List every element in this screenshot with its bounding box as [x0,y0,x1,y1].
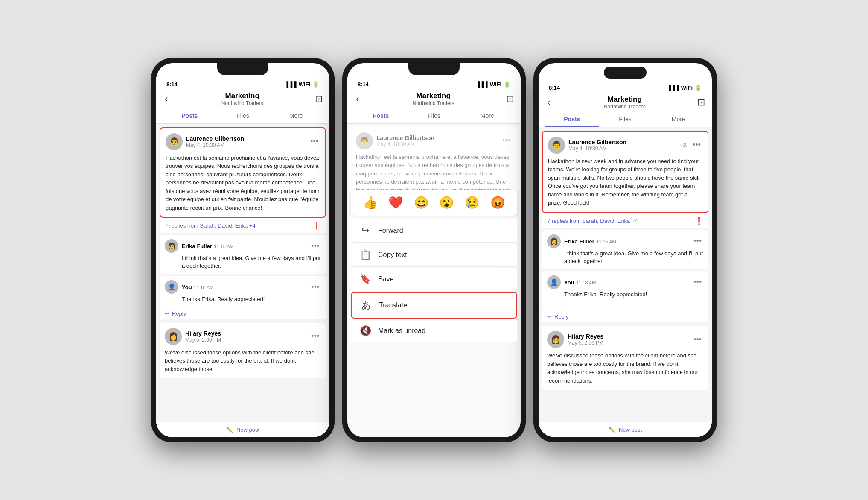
more-dots-icon-3[interactable]: ••• [691,140,702,149]
wifi-icon-3: WiFi [681,85,693,91]
emoji-angry[interactable]: 😡 [490,196,505,210]
reply-icon-3: ↩ [547,313,552,320]
phone-1: 8:14 ▐▐▐ WiFi 🔋 ‹ Marketing Northwind Tr… [151,58,335,442]
more-dots-icon-1[interactable]: ••• [309,137,320,146]
tab-files-3[interactable]: Files [599,112,652,127]
tab-posts-1[interactable]: Posts [163,109,216,123]
translate-menu-item[interactable]: あ Translate [351,292,517,319]
mark-unread-label: Mark as unread [378,327,425,335]
tab-more-1[interactable]: More [269,109,323,123]
more-dots-icon-comment-1-1[interactable]: ••• [309,242,321,251]
new-post-label-1: New post [236,427,259,433]
reply-button-1[interactable]: ↩ Reply [160,308,326,319]
back-button-3[interactable]: ‹ [545,95,552,110]
compose-icon-2[interactable]: ⊡ [506,94,514,105]
copy-text-label: Copy text [378,251,407,259]
replies-bar-3[interactable]: 7 replies from Sarah, David, Erika +4 ❗ [542,213,708,228]
comment-author-1-1: Erika Fuller [182,243,212,249]
content-3: 👨 Laurence Gilbertson May 4, 10:30 AM aあ… [539,127,712,422]
tabs-2: Posts Files More [354,109,514,123]
avatar-laurence-3: 👨 [548,137,565,154]
emoji-thumbsup[interactable]: 👍 [363,196,378,210]
post-time-2: May 4, 10:30 AM [376,141,501,147]
header-3: ‹ Marketing Northwind Traders ⊡ Posts Fi… [539,93,712,127]
status-icons-1: ▐▐▐ WiFi 🔋 [285,81,319,88]
phone-2: 8:14 ▐▐▐ WiFi 🔋 ‹ Marketing Northwind Tr… [342,58,526,442]
reply-button-3[interactable]: ↩ Reply [542,311,708,322]
back-button-2[interactable]: ‹ [354,92,361,106]
new-post-bar-1[interactable]: ✏️ New post [156,422,329,437]
notch-1 [217,63,268,75]
second-post-time-3: May 5, 2:06 PM [568,340,692,346]
save-icon: 🔖 [359,274,371,285]
alert-icon-1: ❗ [312,222,321,230]
compose-icon-1[interactable]: ⊡ [315,94,323,105]
context-menu-overlay: 👍 ❤️ 😄 😮 😢 😡 ↪ Forward 📋 Copy text 🔖 Sav… [347,186,521,343]
comment-2-1: 👤 You 11:18 AM ••• Thanks Erika. Really … [160,276,326,307]
more-dots-icon-comment-2-1[interactable]: ••• [309,283,321,292]
emoji-wow[interactable]: 😮 [439,196,454,210]
comment-body-1-1: I think that's a great idea. Give me a f… [182,254,321,270]
mark-unread-menu-item[interactable]: 🔇 Mark as unread [351,319,517,342]
tabs-1: Posts Files More [163,109,323,123]
tab-files-1[interactable]: Files [216,109,270,123]
content-1: 👨 Laurence Gilbertson May 4, 10:30 AM ••… [156,124,329,422]
emoji-smile[interactable]: 😄 [414,196,429,210]
second-post-1: 👩 Hilary Reyes May 5, 2:06 PM ••• We've … [160,323,326,379]
copy-text-menu-item[interactable]: 📋 Copy text [351,243,517,267]
second-post-body-3: We've discussed those options with the c… [547,351,703,385]
avatar-erika-3: 👩 [547,234,561,248]
translate-label: Translate [379,301,407,309]
tab-more-2[interactable]: More [460,109,514,123]
emoji-sad[interactable]: 😢 [465,196,480,210]
wifi-icon-2: WiFi [490,81,501,88]
compose-icon-3[interactable]: ⊡ [697,97,705,108]
new-post-bar-3[interactable]: ✏️ New post [539,422,712,437]
second-post-time-1: May 5, 2:06 PM [185,337,309,343]
status-time-2: 8:14 [358,81,369,88]
post-author-1: Laurence Gilbertson [186,135,309,142]
forward-icon: ↪ [359,225,371,236]
post-author-3: Laurence Gilbertson [568,139,680,146]
translate-badge-3: aあ [680,142,687,148]
reply-label-1: Reply [172,310,186,317]
replies-bar-1[interactable]: 7 replies from Sarah, David, Erika +4 ❗ [160,218,326,233]
avatar-you-1: 👤 [165,280,178,294]
more-dots-comment-2-3[interactable]: ••• [692,278,703,287]
tab-posts-3[interactable]: Posts [545,112,599,127]
expand-arrow-3[interactable]: › [547,300,703,307]
channel-title-3: Marketing [552,95,697,104]
tab-files-2[interactable]: Files [408,109,461,123]
reply-label-3: Reply [554,313,568,320]
signal-icon-2: ▐▐▐ [476,81,488,88]
more-dots-icon-2[interactable]: ••• [501,136,512,145]
channel-title-1: Marketing [169,92,315,100]
signal-icon-1: ▐▐▐ [285,81,297,88]
more-dots-post2-3[interactable]: ••• [692,335,703,344]
more-dots-icon-post2-1[interactable]: ••• [309,332,321,341]
comment-2-3: 👤 You 11:18 AM ••• Thanks Erika. Really … [542,271,708,311]
channel-subtitle-1: Northwind Traders [169,100,315,106]
emoji-heart[interactable]: ❤️ [388,196,403,210]
save-menu-item[interactable]: 🔖 Save [351,268,517,291]
phone-3: 8:14 ▐▐▐ WiFi 🔋 ‹ Marketing Northwind Tr… [533,58,717,442]
avatar-you-3: 👤 [547,275,561,289]
tab-more-3[interactable]: More [652,112,705,127]
main-post-1: 👨 Laurence Gilbertson May 4, 10:30 AM ••… [160,127,326,218]
tabs-3: Posts Files More [545,112,705,127]
avatar-hilary-1: 👩 [165,328,182,345]
translate-icon: あ [360,299,372,312]
forward-menu-item[interactable]: ↪ Forward [351,219,517,243]
comment-body-2-1: Thanks Erika. Really appreciated! [182,295,321,303]
comment-author-2-1: You [182,284,192,290]
main-post-3: 👨 Laurence Gilbertson May 4, 10:30 AM aあ… [542,131,708,213]
second-post-author-3: Hilary Reyes [568,333,692,340]
dynamic-island-3 [604,67,647,79]
new-post-label-3: New post [619,427,642,433]
status-icons-2: ▐▐▐ WiFi 🔋 [476,81,510,88]
back-button-1[interactable]: ‹ [163,92,169,106]
emoji-reaction-row: 👍 ❤️ 😄 😮 😢 😡 [351,190,517,216]
comment-body-1-3: I think that's a great idea. Give me a f… [564,250,703,265]
tab-posts-2[interactable]: Posts [354,109,408,123]
more-dots-comment-1-3[interactable]: ••• [692,237,703,246]
